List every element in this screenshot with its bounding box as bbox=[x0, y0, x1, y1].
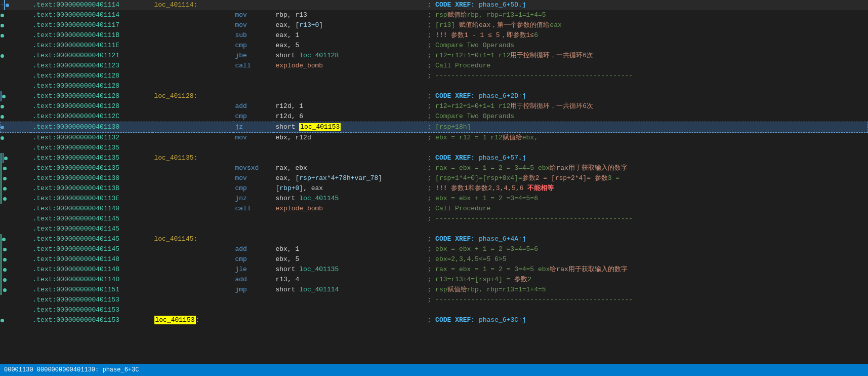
table-row[interactable]: .text:000000000040114Bjleshort loc_40113… bbox=[1, 265, 868, 275]
addr-cell: .text:0000000000401128 bbox=[31, 91, 152, 101]
addr-cell: .text:000000000040113B bbox=[31, 183, 152, 194]
code-scroll[interactable]: → .text:0000000000401114loc_401114:; COD… bbox=[0, 0, 868, 364]
gutter-cell bbox=[1, 305, 31, 315]
table-row[interactable]: .text:0000000000401130jzshort loc_401153… bbox=[1, 122, 868, 133]
operands-cell: ebx, 1 bbox=[274, 244, 426, 254]
comment-cell: ; --------------------------------------… bbox=[426, 214, 868, 224]
gutter-cell bbox=[1, 224, 31, 234]
addr-cell: .text:0000000000401128 bbox=[31, 101, 152, 111]
table-row[interactable]: .text:0000000000401128loc_401128:; CODE … bbox=[1, 91, 868, 101]
comment-cell: ; r12=r12+1=0+1=1 r12用于控制循环，一共循环6次 bbox=[426, 101, 868, 111]
table-row[interactable]: .text:0000000000401153 bbox=[1, 305, 868, 315]
table-row[interactable]: .text:000000000040113Ejnzshort loc_40114… bbox=[1, 194, 868, 204]
gutter-cell bbox=[1, 234, 31, 244]
table-row[interactable]: .text:0000000000401145 bbox=[1, 224, 868, 234]
label-cell: loc_401128: bbox=[152, 91, 233, 101]
table-row[interactable]: .text:000000000040112Ccmpr12d, 6; Compar… bbox=[1, 111, 868, 122]
mnem-cell bbox=[233, 305, 274, 315]
table-row[interactable]: .text:0000000000401148cmpebx, 5; ebx=2,3… bbox=[1, 254, 868, 265]
operands-cell bbox=[274, 224, 426, 234]
comment-cell: ; --------------------------------------… bbox=[426, 71, 868, 81]
table-row[interactable]: .text:0000000000401140callexplode_bomb; … bbox=[1, 204, 868, 214]
mnem-cell bbox=[233, 143, 274, 153]
table-row[interactable]: .text:0000000000401135 bbox=[1, 143, 868, 153]
label-cell: loc_401114: bbox=[152, 0, 233, 10]
mnem-cell: cmp bbox=[233, 254, 274, 265]
table-row[interactable]: .text:0000000000401117moveax, [r13+0]; [… bbox=[1, 20, 868, 30]
operands-cell bbox=[274, 153, 426, 163]
mnem-cell bbox=[233, 81, 274, 91]
table-row[interactable]: .text:0000000000401121jbeshort loc_40112… bbox=[1, 51, 868, 61]
addr-cell: .text:000000000040114B bbox=[31, 265, 152, 275]
table-row[interactable]: .text:000000000040113Bcmp[rbp+0], eax; !… bbox=[1, 183, 868, 194]
operands-cell: rbp, r13 bbox=[274, 10, 426, 20]
table-row[interactable]: .text:0000000000401128 bbox=[1, 81, 868, 91]
gutter-cell bbox=[1, 20, 31, 30]
operands-cell: r12d, 1 bbox=[274, 101, 426, 111]
gutter-cell bbox=[1, 153, 31, 163]
label-cell bbox=[152, 10, 233, 20]
operands-cell bbox=[274, 0, 426, 10]
operands-cell: r12d, 6 bbox=[274, 111, 426, 122]
status-text: 00001130 0000000000401130: phase_6+3C bbox=[4, 366, 139, 373]
table-row[interactable]: .text:0000000000401145addebx, 1; ebx = e… bbox=[1, 244, 868, 254]
table-row[interactable]: .text:0000000000401145loc_401145:; CODE … bbox=[1, 234, 868, 244]
comment-cell: ; CODE XREF: phase_6+5D↓j bbox=[426, 0, 868, 10]
operands-cell bbox=[274, 305, 426, 315]
table-row[interactable]: .text:0000000000401114movrbp, r13; rsp赋值… bbox=[1, 10, 868, 20]
table-row[interactable]: .text:0000000000401128addr12d, 1; r12=r1… bbox=[1, 101, 868, 111]
comment-cell: ; !!! 参数1和参数2,3,4,5,6 不能相等 bbox=[426, 183, 868, 194]
mnem-cell bbox=[233, 315, 274, 325]
table-row[interactable]: .text:000000000040111Ecmpeax, 5; Compare… bbox=[1, 41, 868, 51]
mnem-cell: jmp bbox=[233, 285, 274, 295]
table-row[interactable]: .text:0000000000401123callexplode_bomb; … bbox=[1, 61, 868, 71]
gutter-cell: → bbox=[1, 0, 31, 10]
table-row[interactable]: .text:0000000000401138moveax, [rsp+rax*4… bbox=[1, 173, 868, 183]
comment-cell: ; CODE XREF: phase_6+2D↑j bbox=[426, 91, 868, 101]
addr-cell: .text:000000000040111B bbox=[31, 30, 152, 41]
label-cell bbox=[152, 20, 233, 30]
label-cell: loc_401135: bbox=[152, 153, 233, 163]
label-cell bbox=[152, 183, 233, 194]
table-row[interactable]: .text:0000000000401153loc_401153:; CODE … bbox=[1, 315, 868, 325]
mnem-cell: mov bbox=[233, 133, 274, 143]
table-row[interactable]: .text:0000000000401135movsxdrax, ebx; ra… bbox=[1, 163, 868, 173]
gutter-cell bbox=[1, 41, 31, 51]
label-cell bbox=[152, 51, 233, 61]
table-row[interactable]: .text:000000000040114Daddr13, 4; r13=r13… bbox=[1, 275, 868, 285]
operands-cell: short loc_401135 bbox=[274, 265, 426, 275]
addr-cell: .text:0000000000401153 bbox=[31, 315, 152, 325]
comment-cell: ; r12=r12+1=0+1=1 r12用于控制循环，一共循环6次 bbox=[426, 51, 868, 61]
comment-cell: ; CODE XREF: phase_6+57↓j bbox=[426, 153, 868, 163]
comment-cell: ; ebx = ebx + 1 = 2 =3=4=5=6 bbox=[426, 244, 868, 254]
comment-cell: ; r13=r13+4=[rsp+4] = 参数2 bbox=[426, 275, 868, 285]
table-row[interactable]: → .text:0000000000401114loc_401114:; COD… bbox=[1, 0, 868, 10]
table-row[interactable]: .text:0000000000401145; ----------------… bbox=[1, 214, 868, 224]
label-cell: loc_401145: bbox=[152, 234, 233, 244]
label-cell bbox=[152, 265, 233, 275]
table-row[interactable]: .text:0000000000401151jmpshort loc_40111… bbox=[1, 285, 868, 295]
comment-cell: ; [rsp+1*4+0]=[rsp+0x4]=参数2 = [rsp+2*4]=… bbox=[426, 173, 868, 183]
mnem-cell: jz bbox=[233, 122, 274, 133]
addr-cell: .text:0000000000401135 bbox=[31, 163, 152, 173]
gutter-cell bbox=[1, 295, 31, 305]
mnem-cell: jle bbox=[233, 265, 274, 275]
code-area: → .text:0000000000401114loc_401114:; COD… bbox=[0, 0, 868, 364]
table-row[interactable]: .text:000000000040111Bsubeax, 1; !!! 参数1… bbox=[1, 30, 868, 41]
gutter-cell bbox=[1, 61, 31, 71]
comment-cell: ; rsp赋值给rbp, rbp=r13=1=1+4=5 bbox=[426, 285, 868, 295]
addr-cell: .text:0000000000401151 bbox=[31, 285, 152, 295]
mnem-cell: call bbox=[233, 204, 274, 214]
table-row[interactable]: .text:0000000000401132movebx, r12d; ebx … bbox=[1, 133, 868, 143]
table-row[interactable]: .text:0000000000401135loc_401135:; CODE … bbox=[1, 153, 868, 163]
table-row[interactable]: .text:0000000000401128; ----------------… bbox=[1, 71, 868, 81]
addr-cell: .text:0000000000401114 bbox=[31, 10, 152, 20]
table-row[interactable]: .text:0000000000401153; ----------------… bbox=[1, 295, 868, 305]
operands-cell: eax, 5 bbox=[274, 41, 426, 51]
operands-cell bbox=[274, 214, 426, 224]
operands-cell: eax, 1 bbox=[274, 30, 426, 41]
status-bar: 00001130 0000000000401130: phase_6+3C bbox=[0, 364, 868, 376]
addr-cell: .text:0000000000401148 bbox=[31, 254, 152, 265]
label-cell bbox=[152, 295, 233, 305]
label-cell bbox=[152, 61, 233, 71]
